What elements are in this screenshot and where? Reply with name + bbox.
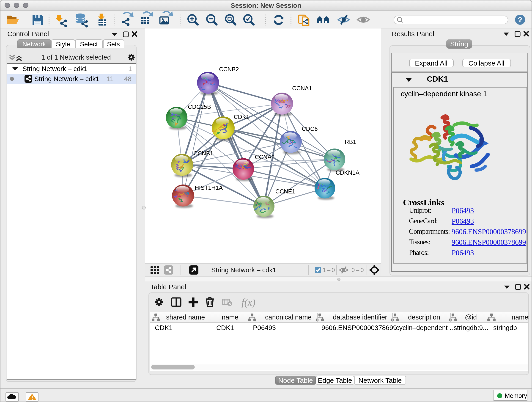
svg-text:CCNE1: CCNE1 xyxy=(275,188,295,195)
svg-text:CCNA2: CCNA2 xyxy=(255,154,275,160)
svg-text:0 – 0: 0 – 0 xyxy=(351,267,364,274)
svg-text:canonical name: canonical name xyxy=(265,313,311,321)
svg-text:namespac: namespac xyxy=(511,313,529,321)
svg-text:shared name: shared name xyxy=(166,313,205,321)
svg-text:CDK1: CDK1 xyxy=(234,114,249,120)
svg-text:1 – 0: 1 – 0 xyxy=(323,267,335,274)
svg-text:CCNB1: CCNB1 xyxy=(193,150,213,157)
svg-text:CCNA1: CCNA1 xyxy=(292,85,312,91)
svg-text:String Network – cdk1: String Network – cdk1 xyxy=(211,266,276,274)
svg-text:RB1: RB1 xyxy=(345,139,356,145)
svg-text:1 of 1 Network selected: 1 of 1 Network selected xyxy=(41,54,111,61)
svg-text:name: name xyxy=(222,313,238,321)
svg-text:@id: @id xyxy=(465,313,476,321)
svg-text:11: 11 xyxy=(107,75,114,83)
svg-text:f(x): f(x) xyxy=(241,297,255,308)
svg-text:HIST1H1A: HIST1H1A xyxy=(195,185,223,191)
svg-text:CDC25B: CDC25B xyxy=(188,104,211,110)
svg-text:1: 1 xyxy=(128,65,132,72)
svg-text:description: description xyxy=(408,313,440,321)
svg-text:String Network – cdk1: String Network – cdk1 xyxy=(34,75,99,83)
svg-text:database identifier: database identifier xyxy=(333,313,387,321)
svg-text:CCNB2: CCNB2 xyxy=(219,66,239,72)
svg-text:CDC6: CDC6 xyxy=(302,126,318,132)
svg-text:?: ? xyxy=(518,16,522,24)
svg-text:CDKN1A: CDKN1A xyxy=(336,169,360,176)
svg-text:String Network – cdk1: String Network – cdk1 xyxy=(22,65,87,72)
svg-text:48: 48 xyxy=(124,75,131,83)
